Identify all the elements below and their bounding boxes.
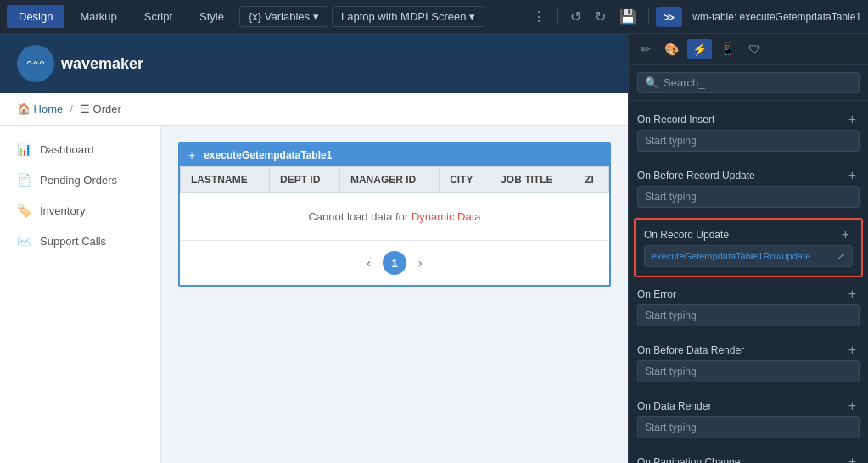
- app-title: wavemaker: [61, 55, 143, 73]
- event-on-error: On Error +: [629, 279, 868, 335]
- panel-toggle-button[interactable]: ≫: [656, 7, 682, 27]
- event-on-pagination-change: On Pagination Change +: [629, 447, 868, 463]
- toolbar-divider-2: [648, 8, 649, 25]
- search-input[interactable]: [664, 76, 852, 89]
- event-add-button[interactable]: +: [838, 228, 853, 242]
- event-label: On Record Insert: [637, 114, 714, 126]
- support-calls-icon: ✉️: [17, 234, 31, 248]
- table-plus-icon: +: [188, 148, 195, 162]
- dashboard-icon: 📊: [17, 142, 31, 156]
- event-input-error[interactable]: [637, 304, 860, 326]
- breadcrumb-home[interactable]: 🏠 Home: [17, 103, 63, 115]
- pagination: ‹ 1 ›: [180, 240, 609, 285]
- event-label-row: On Record Update +: [636, 223, 861, 245]
- panel-search-area: 🔍: [629, 65, 868, 101]
- event-add-button[interactable]: +: [845, 169, 860, 182]
- phone-icon: 📱: [720, 42, 735, 56]
- panel-events-button[interactable]: ⚡: [687, 39, 712, 59]
- event-add-button[interactable]: +: [845, 455, 860, 463]
- event-label: On Before Data Render: [637, 344, 744, 356]
- nav-label-support-calls: Support Calls: [40, 235, 106, 248]
- error-text: Cannot load data for: [308, 210, 411, 223]
- event-on-record-update: On Record Update + executeGetempdataTabl…: [634, 218, 863, 277]
- top-toolbar: Design Markup Script Style {x} Variables…: [0, 0, 868, 34]
- col-lastname: LASTNAME: [181, 167, 270, 193]
- event-add-button[interactable]: +: [845, 343, 860, 357]
- event-on-before-record-update: On Before Record Update +: [629, 160, 868, 216]
- event-on-record-insert: On Record Insert +: [629, 104, 868, 160]
- device-label: Laptop with MDPI Screen: [341, 10, 466, 23]
- panel-toggle-icon: ≫: [663, 10, 675, 24]
- panel-icons-row: ✏ 🎨 ⚡ 📱 🛡: [629, 34, 868, 65]
- nav-sidebar: 📊 Dashboard 📄 Pending Orders 🏷️ Inventor…: [0, 126, 161, 463]
- save-button[interactable]: 💾: [614, 5, 641, 28]
- search-box: 🔍: [637, 72, 860, 93]
- col-zi: ZI: [574, 167, 609, 193]
- app-header: 〰 wavemaker: [0, 34, 628, 93]
- pencil-icon: ✏: [641, 42, 651, 56]
- shield-icon: 🛡: [748, 42, 760, 56]
- palette-icon: 🎨: [664, 42, 679, 56]
- tab-style[interactable]: Style: [188, 5, 236, 28]
- content-wrapper: 📊 Dashboard 📄 Pending Orders 🏷️ Inventor…: [0, 126, 628, 463]
- nav-item-support-calls[interactable]: ✉️ Support Calls: [0, 226, 160, 256]
- left-sidebar: 〰 wavemaker 🏠 Home / ☰ Order 📊 Dashboard…: [0, 34, 628, 463]
- data-table: LASTNAME DEPT ID MANAGER ID CITY JOB TIT…: [180, 166, 609, 240]
- chevron-down-icon: ▾: [469, 10, 475, 23]
- tab-script[interactable]: Script: [132, 5, 184, 28]
- event-add-button[interactable]: +: [845, 287, 860, 301]
- next-page-button[interactable]: ›: [413, 254, 428, 271]
- pending-orders-icon: 📄: [17, 173, 31, 187]
- event-input-data-render[interactable]: [637, 416, 860, 438]
- logo: 〰: [17, 45, 54, 82]
- event-label: On Pagination Change: [637, 456, 740, 463]
- tab-markup[interactable]: Markup: [68, 5, 128, 28]
- lightning-icon: ⚡: [692, 42, 707, 56]
- panel-shield-button[interactable]: 🛡: [743, 39, 765, 59]
- prev-page-button[interactable]: ‹: [361, 254, 376, 271]
- inventory-icon: 🏷️: [17, 204, 31, 217]
- event-value-row: executeGetempdataTable1Rowupdate ↗: [644, 245, 853, 267]
- nav-label-dashboard: Dashboard: [40, 143, 94, 156]
- right-panel: ✏ 🎨 ⚡ 📱 🛡 🔍: [628, 34, 868, 463]
- breadcrumb-separator: /: [70, 103, 73, 115]
- breadcrumb-order[interactable]: ☰ Order: [80, 103, 121, 115]
- event-add-button[interactable]: +: [845, 399, 860, 413]
- col-managerid: MANAGER ID: [339, 167, 439, 193]
- undo-button[interactable]: ↺: [565, 5, 586, 28]
- nav-item-dashboard[interactable]: 📊 Dashboard: [0, 134, 160, 165]
- table-container: + executeGetempdataTable1 LASTNAME DEPT …: [178, 142, 611, 287]
- redo-button[interactable]: ↻: [590, 5, 611, 28]
- event-label: On Error: [637, 288, 676, 300]
- tab-design[interactable]: Design: [7, 5, 64, 28]
- panel-title: wm-table: executeGetempdataTable1: [692, 11, 861, 23]
- event-on-before-data-render: On Before Data Render +: [629, 335, 868, 391]
- event-add-button[interactable]: +: [845, 113, 860, 126]
- main-area: 〰 wavemaker 🏠 Home / ☰ Order 📊 Dashboard…: [0, 34, 868, 463]
- panel-paint-button[interactable]: 🎨: [659, 39, 684, 59]
- external-link-icon[interactable]: ↗: [837, 250, 845, 262]
- panel-edit-button[interactable]: ✏: [636, 39, 656, 59]
- nav-item-pending-orders[interactable]: 📄 Pending Orders: [0, 165, 160, 195]
- chevron-down-icon: ▾: [313, 10, 319, 23]
- error-link[interactable]: Dynamic Data: [412, 210, 481, 223]
- undo-icon: ↺: [570, 9, 581, 24]
- event-label-row: On Before Data Render +: [629, 338, 868, 360]
- panel-device-button[interactable]: 📱: [715, 39, 740, 59]
- more-options-button[interactable]: ⋮: [527, 5, 551, 28]
- device-selector[interactable]: Laptop with MDPI Screen ▾: [332, 6, 484, 27]
- logo-icon: 〰: [27, 54, 44, 74]
- breadcrumb: 🏠 Home / ☰ Order: [0, 93, 628, 126]
- col-jobtitle: JOB TITLE: [490, 167, 574, 193]
- nav-label-pending-orders: Pending Orders: [40, 174, 117, 187]
- event-input-before-record-update[interactable]: [637, 186, 860, 208]
- event-label-row: On Error +: [629, 282, 868, 304]
- event-label-row: On Record Insert +: [629, 108, 868, 130]
- event-input-record-insert[interactable]: [637, 130, 860, 152]
- col-city: CITY: [440, 167, 490, 193]
- variables-button[interactable]: {x} Variables ▾: [239, 6, 328, 27]
- nav-item-inventory[interactable]: 🏷️ Inventory: [0, 195, 160, 226]
- event-input-before-data-render[interactable]: [637, 360, 860, 382]
- event-value-link[interactable]: executeGetempdataTable1Rowupdate: [652, 251, 810, 261]
- variables-label: {x} Variables: [249, 10, 310, 23]
